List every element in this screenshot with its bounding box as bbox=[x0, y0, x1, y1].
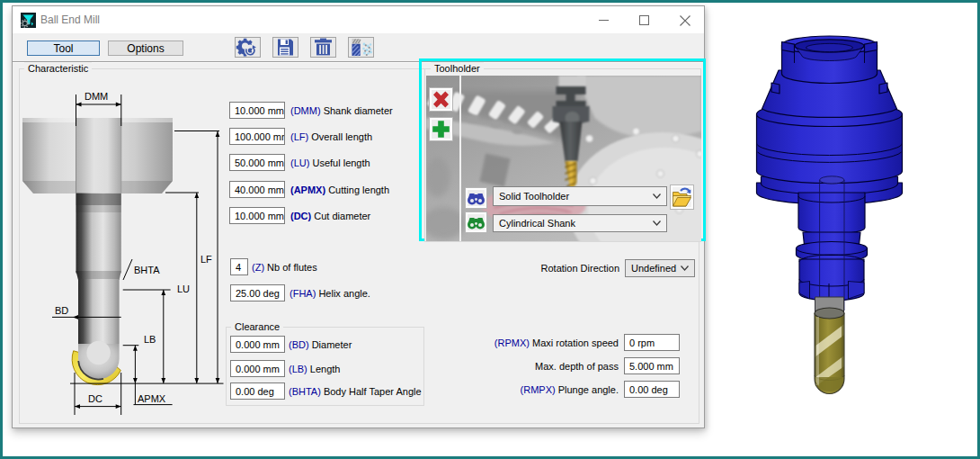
svg-text:LF: LF bbox=[200, 254, 212, 265]
svg-text:APMX: APMX bbox=[138, 393, 166, 404]
svg-text:BD: BD bbox=[55, 305, 68, 316]
svg-text:LU: LU bbox=[177, 284, 190, 294]
svg-text:DMM: DMM bbox=[85, 91, 108, 102]
svg-text:LB: LB bbox=[144, 334, 156, 345]
svg-text:BHTA: BHTA bbox=[134, 265, 160, 275]
svg-text:DC: DC bbox=[88, 393, 102, 404]
